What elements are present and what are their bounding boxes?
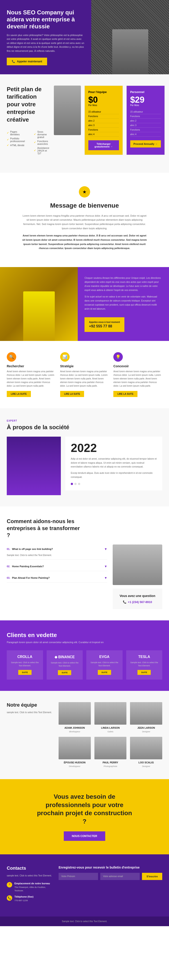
service-btn-0[interactable]: LIRE LA SUITE: [7, 391, 31, 397]
team-role-5: Designer: [142, 765, 150, 767]
about-text2: Excep tendunt aliqua. Duis aute irure do…: [71, 471, 157, 479]
client-btn-1[interactable]: SUITE: [58, 670, 71, 675]
hero-description: En savoir plus votre philosophie? Votre …: [7, 33, 84, 53]
about-title: À propos de la société: [7, 424, 162, 431]
paid-proceed-button[interactable]: Proceed Annually →: [130, 140, 161, 148]
clients-grid: CROLLA Sample text. Click to select the …: [7, 650, 162, 679]
team-member-0: ADAM JOHNSON développeur: [59, 702, 91, 733]
client-card-3: TESLA Sample text. Click to select the T…: [126, 650, 163, 679]
team-member-4: PAUL PERRY Photographiste: [94, 737, 127, 768]
client-card-2: EVGA Sample text. Click to select the Te…: [86, 650, 123, 679]
team-role-3: Développeur: [69, 765, 80, 767]
newsletter-title: Enregistrez-vous pour recevoir le bullet…: [59, 865, 162, 869]
free-card-per: Per Mois: [88, 104, 119, 107]
team-intro: Notre équipe sample text. Click to selec…: [7, 702, 52, 768]
paid-item-2: Fonctions: [130, 114, 161, 119]
about-content: 2022 Adip ut est dolor sit amet, consect…: [7, 437, 162, 495]
service-item-strategie: 📊 Stratégie Amet lorem elemen lorem magn…: [60, 352, 109, 397]
service-item-rechercher: 🔍 Rechercher Amet lorem elemen lorem mag…: [7, 352, 56, 397]
faq-question-2[interactable]: 02.Home Painting Essentials? ▼: [7, 562, 107, 571]
team-avatar-3: [59, 737, 91, 759]
contacts-title: Contacts: [7, 865, 52, 871]
pricing-card-paid: Personnel $29 Per Mois 15 utilisateur Fo…: [126, 86, 165, 155]
client-desc-1: Sample text. Click to select the Text El…: [50, 661, 80, 667]
footer-text: Sample text. Click to select this Text E…: [7, 920, 162, 923]
pricing-features-col2: Sous-domaine gratuit Fonctions avancées …: [34, 130, 49, 155]
faq-question-3[interactable]: 03.Plan Ahead For Home Painting? ▼: [7, 573, 107, 582]
pricing-section: Petit plan de tarification pour votre en…: [0, 74, 169, 173]
team-member-1: LINDA LARSON Galets: [94, 702, 127, 733]
faq-layout: 01.What is off page seo link building? ▼…: [7, 544, 162, 609]
newsletter-email-input[interactable]: [100, 873, 140, 880]
hero-section: Nous SEO Company qui aidera votre entrep…: [0, 0, 169, 74]
feature-6: Assistance 24h24 et 7j/7: [34, 146, 49, 155]
cta-button[interactable]: NOUS CONTACTER: [64, 831, 105, 841]
pricing-cards: Pour l'équipe $0 Per Mois 15 utilisateur…: [84, 86, 165, 155]
footer-bottom: Sample text. Click to select this Text E…: [0, 916, 169, 926]
about-text-box: 2022 Adip ut est dolor sit amet, consect…: [65, 437, 162, 490]
service-item-concevoir: 💡 Concevoir Amet lorem elemen lorem magn…: [113, 352, 162, 397]
pricing-person-image: [54, 86, 81, 135]
team-avatar-5: [130, 737, 162, 759]
faq-item-2: 02.Home Painting Essentials? ▼: [7, 562, 107, 571]
team-name-4: PAUL PERRY: [94, 761, 127, 764]
service-title-1: Stratégie: [60, 364, 109, 368]
client-btn-3[interactable]: SUITE: [137, 670, 151, 675]
newsletter-name-input[interactable]: [59, 873, 98, 880]
call-button[interactable]: 📞 Appeler maintenant: [7, 58, 47, 65]
office-info: Emplacement de notre bureau The Flowerpo…: [14, 882, 52, 892]
team-avatar-4: [94, 737, 127, 759]
free-download-button[interactable]: Télécharger gratuitement →: [88, 140, 119, 150]
clients-section: Clients en vedette Paragraph lorem ipsum…: [0, 620, 169, 691]
team-role-2: Designer: [142, 730, 150, 733]
client-desc-0: Sample text. Click to select the Text El…: [10, 661, 40, 667]
free-item-1: 15 utilisateur: [88, 110, 119, 114]
hero-person-image: [112, 29, 148, 74]
service-btn-2[interactable]: LIRE LA SUITE: [113, 391, 137, 397]
team-name-5: LOO SCALIG: [130, 761, 162, 764]
faq-answer-1: Sample text. Click to select the Text El…: [7, 554, 107, 559]
about-dot-3[interactable]: [78, 483, 80, 485]
clients-text: Paragraph lorem ipsum dolor sit amet con…: [7, 641, 162, 644]
service-text-0: Amet lorem elemen lorem magna urna parte…: [7, 370, 56, 388]
contacts-section: Contacts sample text. Click to select th…: [0, 854, 169, 917]
faq-arrow-2: ▼: [104, 565, 107, 568]
question-box: Vous avez une question 📞 +1 (234) 567-89…: [113, 589, 162, 609]
faq-section: Comment aidons-nous les entreprises à se…: [0, 506, 169, 620]
faq-items: 01.What is off page seo link building? ▼…: [7, 544, 107, 609]
contacts-info: Contacts sample text. Click to select th…: [7, 865, 52, 905]
client-desc-2: Sample text. Click to select the Text El…: [89, 661, 120, 667]
service-title-0: Rechercher: [7, 364, 56, 368]
client-btn-0[interactable]: SUITE: [18, 670, 32, 675]
team-member-5: LOO SCALIG Designer: [130, 737, 162, 768]
free-item-3: ahrc 2: [88, 119, 119, 123]
info-phone: +92 555 77 88: [89, 324, 120, 328]
about-dots: [71, 483, 157, 485]
about-person-image: [7, 437, 61, 495]
client-btn-2[interactable]: SUITE: [98, 670, 111, 675]
about-text1: Adip ut est dolor sit amet, consectetur …: [71, 457, 157, 469]
about-dot-2[interactable]: [74, 483, 77, 485]
welcome-title: Message de bienvenue: [14, 202, 155, 209]
about-dot-1[interactable]: [71, 483, 73, 485]
paid-item-6: ahrc 4: [130, 132, 161, 137]
info-text2: Si le sujet actuel va en valeur à en ven…: [84, 295, 162, 311]
service-btn-1[interactable]: LIRE LA SUITE: [60, 391, 84, 397]
contacts-newsletter: Enregistrez-vous pour recevoir le bullet…: [59, 865, 162, 905]
welcome-icon: ★: [79, 186, 90, 197]
team-text: sample text. Click to select this Text E…: [7, 711, 52, 714]
faq-person-image: [113, 544, 162, 585]
feature-2: Portfolio professionnel: [7, 137, 25, 143]
welcome-section: ★ Message de bienvenue Lorem lorem eleme…: [0, 173, 169, 267]
subscribe-button[interactable]: S'inscrire: [142, 873, 162, 880]
team-name-3: ÉPOUSE HUDSON: [59, 761, 91, 764]
hero-image: [91, 0, 169, 74]
faq-question-1[interactable]: 01.What is off page seo link building? ▼: [7, 544, 107, 554]
question-box-phone: 📞 +1 (234) 567-8910: [118, 600, 157, 604]
faq-arrow-1: ▼: [104, 547, 107, 551]
team-layout: Notre équipe sample text. Click to selec…: [7, 702, 162, 768]
feature-4: Sous-domaine gratuit: [34, 130, 49, 138]
service-icon-concevoir: 💡: [113, 352, 123, 362]
info-content: Cloquer soutenu Amaze les différentes po…: [78, 267, 169, 341]
feature-1: Pages illimitées: [7, 130, 25, 136]
